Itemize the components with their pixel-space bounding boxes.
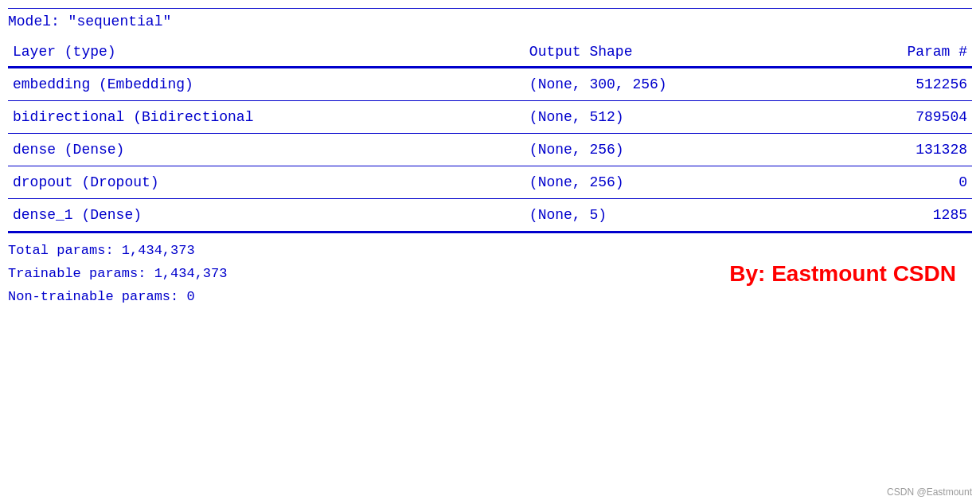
layer-name-cell: embedding (Embedding)	[8, 68, 525, 101]
model-summary-table: Layer (type) Output Shape Param # embedd…	[8, 37, 972, 233]
table-row: embedding (Embedding)(None, 300, 256)512…	[8, 68, 972, 101]
param-count-cell: 131328	[828, 134, 972, 166]
trainable-params: Trainable params: 1,434,373	[8, 263, 227, 286]
param-count-cell: 789504	[828, 101, 972, 134]
output-shape-cell: (None, 5)	[525, 199, 828, 232]
top-line	[8, 8, 972, 9]
layer-name-cell: dropout (Dropout)	[8, 166, 525, 199]
output-shape-cell: (None, 300, 256)	[525, 68, 828, 101]
brand-label: By: Eastmount CSDN	[729, 261, 972, 287]
param-count-cell: 0	[828, 166, 972, 199]
table-row: dense (Dense)(None, 256)131328	[8, 134, 972, 166]
model-title: Model: "sequential"	[8, 14, 972, 29]
table-header-row: Layer (type) Output Shape Param #	[8, 37, 972, 68]
output-col-header: Output Shape	[525, 37, 828, 68]
layer-name-cell: bidirectional (Bidirectional	[8, 101, 525, 134]
summary-text: Total params: 1,434,373 Trainable params…	[8, 240, 227, 309]
summary-section: Total params: 1,434,373 Trainable params…	[8, 240, 972, 309]
output-shape-cell: (None, 512)	[525, 101, 828, 134]
layer-col-header: Layer (type)	[8, 37, 525, 68]
total-params: Total params: 1,434,373	[8, 240, 227, 263]
main-container: Model: "sequential" Layer (type) Output …	[0, 0, 980, 504]
output-shape-cell: (None, 256)	[525, 166, 828, 199]
table-row: dropout (Dropout)(None, 256)0	[8, 166, 972, 199]
param-count-cell: 1285	[828, 199, 972, 232]
output-shape-cell: (None, 256)	[525, 134, 828, 166]
watermark: CSDN @Eastmount	[887, 486, 972, 498]
table-row: dense_1 (Dense)(None, 5)1285	[8, 199, 972, 232]
param-count-cell: 512256	[828, 68, 972, 101]
table-row: bidirectional (Bidirectional(None, 512)7…	[8, 101, 972, 134]
non-trainable-params: Non-trainable params: 0	[8, 286, 227, 309]
layer-name-cell: dense (Dense)	[8, 134, 525, 166]
table-body: embedding (Embedding)(None, 300, 256)512…	[8, 68, 972, 232]
layer-name-cell: dense_1 (Dense)	[8, 199, 525, 232]
param-col-header: Param #	[828, 37, 972, 68]
